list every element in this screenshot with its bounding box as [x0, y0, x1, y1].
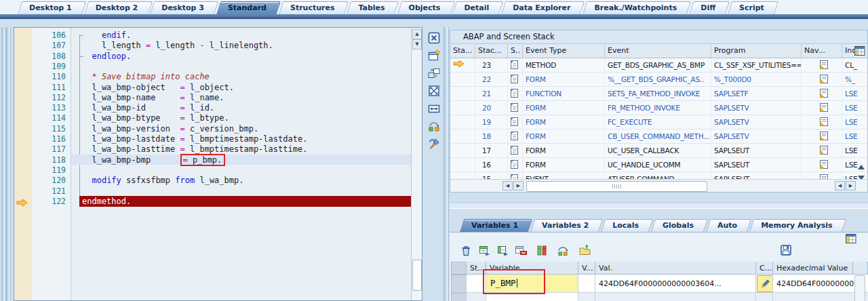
editor-scrollbar-thumb[interactable] [412, 260, 422, 291]
abap-code-editor[interactable]: 106 endif.107 l_length = l_length - l_li… [14, 27, 422, 301]
code-text[interactable]: l_wa_bmp-btype = l_btype. [82, 113, 411, 123]
scroll-down-icon[interactable]: ▼ [412, 39, 422, 49]
stack-column-header-event-type: Event Type [523, 44, 605, 58]
swap-variables-icon[interactable] [556, 244, 570, 258]
tab-desktop-1[interactable]: Desktop 1 [18, 1, 82, 14]
hscroll-left-icon[interactable]: ◀ [502, 181, 513, 190]
stack-scroll-up-icon[interactable] [858, 165, 865, 169]
configure-tools-icon[interactable] [426, 136, 442, 152]
code-line-120[interactable]: 120 modify ssfxsfbmp from l_wa_bmp. [14, 176, 422, 186]
variables-scrollbar[interactable] [854, 275, 865, 301]
variables-tab-auto[interactable]: Auto [706, 219, 747, 232]
code-line-118[interactable]: 118 l_wa_bmp-bmp = p_bmp. [14, 155, 422, 165]
stack-row-22[interactable]: 22FORM%__GET_BDS_GRAPHIC_AS..%_T000D0%_ [450, 73, 867, 87]
program-name: SAPLSEUT [711, 144, 802, 157]
stack-row-19[interactable]: 19FORMFC_EXECUTESAPLSETVLSE [450, 115, 867, 129]
maximize-icon[interactable] [426, 83, 442, 99]
code-text[interactable]: l_wa_bmp-bmp = p_bmp. [82, 155, 411, 165]
empty-cell[interactable] [486, 293, 578, 301]
swap-sessions-icon[interactable] [426, 65, 442, 81]
code-text[interactable]: endif. [82, 31, 411, 41]
navigation-icon [802, 144, 842, 157]
hscroll-right-icon-2[interactable]: ▶ [846, 181, 856, 190]
code-text[interactable]: * Save bitmap into cache [82, 72, 411, 82]
hscroll-track[interactable] [526, 181, 707, 192]
variables-tab-locals[interactable]: Locals [601, 219, 649, 232]
edit-pencil-icon[interactable] [757, 275, 773, 292]
tab-data-explorer[interactable]: Data Explorer [501, 1, 580, 14]
tab-label: Desktop 2 [96, 3, 138, 12]
code-text[interactable]: l_length = l_length - l_linelength. [82, 41, 411, 51]
tab-break-watchpoints[interactable]: Break./Watchpoints [583, 1, 687, 14]
code-line-113[interactable]: 113 l_wa_bmp-id = l_id. [14, 103, 422, 113]
code-line-119[interactable]: 119 [14, 165, 422, 176]
code-line-116[interactable]: 116 l_wa_bmp-lastdate = l_bmptimestamp-l… [14, 134, 422, 144]
stack-row-23[interactable]: 23METHODGET_BDS_GRAPHIC_AS_BMPCL_SSF_XSF… [450, 58, 867, 73]
variables-tab-variables-1[interactable]: Variables 1 [460, 219, 528, 232]
line-number: 114 [32, 113, 66, 123]
code-text[interactable]: endmethod. [82, 197, 411, 207]
code-line-107[interactable]: 107 l_length = l_length - l_linelength. [14, 41, 422, 51]
stack-row-18[interactable]: 18FORMCB_USER_COMMAND_METH...SAPLSETVLSE [450, 129, 867, 144]
row-selector[interactable] [451, 293, 467, 301]
code-text[interactable]: l_wa_bmp-id = l_id. [82, 103, 411, 113]
stack-row-17[interactable]: 17FORMUC_USER_CALLBACKSAPLSEUTLSE [450, 144, 867, 158]
code-line-122[interactable]: 122endmethod. [14, 197, 422, 207]
code-text[interactable]: l_wa_bmp-lastdate = l_bmptimestamp-lastd… [82, 134, 411, 144]
fit-width-icon[interactable] [426, 100, 442, 117]
tab-structures[interactable]: Structures [279, 1, 344, 14]
tab-desktop-3[interactable]: Desktop 3 [150, 1, 214, 14]
code-text[interactable]: l_wa_bmp-lasttime = l_bmptimestamp-lastt… [82, 144, 411, 155]
copy-table-icon[interactable] [478, 244, 492, 258]
variable-name-input[interactable]: P_BMP [486, 275, 578, 293]
editor-vertical-scrollbar[interactable]: ▲ ▼ [411, 28, 422, 300]
link-sessions-icon[interactable] [426, 118, 442, 134]
tab-standard[interactable]: Standard [216, 1, 277, 14]
tab-tables[interactable]: Tables [347, 1, 395, 14]
hscroll-right-icon[interactable]: ▶ [513, 181, 524, 190]
hscroll-left-icon-2[interactable]: ◀ [835, 181, 845, 190]
variables-tab-memory-analysis[interactable]: Memory Analysis [749, 219, 842, 232]
close-window-icon[interactable] [426, 30, 442, 46]
code-text[interactable]: l_wa_bmp-version = c_version_bmp. [82, 124, 411, 134]
tab-script[interactable]: Script [728, 1, 774, 14]
new-session-icon[interactable] [426, 47, 442, 64]
code-line-106[interactable]: 106 endif. [14, 31, 422, 41]
stack-row-20[interactable]: 20FORMFR_METHOD_INVOKESAPLSETVLSE [450, 101, 867, 115]
code-text[interactable]: endloop. [82, 52, 411, 62]
code-line-115[interactable]: 115 l_wa_bmp-version = c_version_bmp. [14, 124, 422, 134]
table-settings-icon[interactable] [854, 45, 865, 58]
code-line-108[interactable]: 108 endloop. [14, 52, 422, 62]
remove-rows-icon[interactable] [514, 244, 528, 258]
code-line-112[interactable]: 112 l_wa_bmp-name = l_name. [14, 93, 422, 103]
tab-diff[interactable]: Diff [689, 1, 726, 14]
delete-variables-icon[interactable] [460, 244, 473, 258]
stack-row-16[interactable]: 16FORMUC_HANDLE_UCOMMSAPLSEUTLSE [450, 158, 867, 172]
code-line-110[interactable]: 110 * Save bitmap into cache [14, 72, 422, 82]
code-text[interactable]: l_wa_bmp-object = l_object. [82, 83, 411, 93]
code-line-109[interactable]: 109 [14, 62, 422, 72]
center-splitter-bar[interactable] [443, 27, 449, 301]
compare-variables-icon[interactable] [536, 244, 549, 258]
left-splitter-bar-1[interactable] [1, 27, 6, 301]
variables-tab-globals[interactable]: Globals [651, 219, 704, 232]
copy-table-alt-icon[interactable] [496, 244, 510, 258]
stack-row-21[interactable]: 21FUNCTIONSETS_FA_METHOD_INVOKESAPLSETFL… [450, 87, 867, 101]
tab-objects[interactable]: Objects [397, 1, 451, 14]
row-selector[interactable] [451, 275, 467, 293]
tab-desktop-2[interactable]: Desktop 2 [84, 1, 149, 14]
code-text[interactable]: modify ssfxsfbmp from l_wa_bmp. [82, 176, 411, 186]
variables-tab-variables-2[interactable]: Variables 2 [530, 219, 599, 232]
load-variables-icon[interactable] [578, 244, 592, 258]
table-settings-icon[interactable] [846, 233, 856, 246]
save-icon[interactable] [780, 244, 793, 258]
code-segment: l_length [82, 41, 146, 50]
code-line-114[interactable]: 114 l_wa_bmp-btype = l_btype. [14, 113, 422, 123]
panel-splitter-groove[interactable] [450, 202, 868, 209]
left-splitter-bar-2[interactable] [6, 27, 11, 301]
tab-detail[interactable]: Detail [452, 1, 499, 14]
code-text[interactable]: l_wa_bmp-name = l_name. [82, 93, 411, 103]
code-line-121[interactable]: 121 [14, 186, 422, 197]
scroll-up-icon[interactable]: ▲ [412, 29, 422, 39]
code-line-111[interactable]: 111 l_wa_bmp-object = l_object. [14, 83, 422, 93]
